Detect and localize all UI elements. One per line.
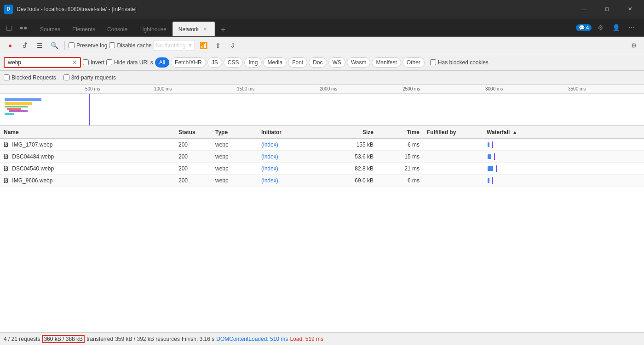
search-input[interactable] xyxy=(6,59,71,66)
table-row[interactable]: 🖼 IMG_9606.webp 200 webp (index) 69.0 kB… xyxy=(0,175,644,187)
has-blocked-cookies-checkbox[interactable]: Has blocked cookies xyxy=(430,59,489,66)
third-party-checkbox[interactable]: 3rd-party requests xyxy=(63,74,116,81)
waterfall-bar xyxy=(488,178,489,183)
cell-status: 200 xyxy=(175,177,212,184)
title-text: DevTools - localhost:8080/travel-site/ -… xyxy=(17,6,573,12)
record-button[interactable]: ● xyxy=(4,39,17,52)
table-row[interactable]: 🖼 DSC04540.webp 200 webp (index) 82.8 kB… xyxy=(0,163,644,175)
ruler-tick: 1000 ms xyxy=(154,86,172,91)
tab-network[interactable]: Network ✕ xyxy=(172,22,215,36)
waterfall-line xyxy=(492,141,493,148)
cell-name: 🖼 IMG_9606.webp xyxy=(0,177,175,184)
network-settings-icon[interactable]: ⚙ xyxy=(627,39,640,52)
header-type[interactable]: Type xyxy=(212,129,258,136)
cell-size: 155 kB xyxy=(331,141,377,148)
throttle-dropdown[interactable]: No throttling ▼ xyxy=(154,40,196,51)
window-controls: — ◻ ✕ xyxy=(573,2,640,17)
waterfall-bar-container xyxy=(487,177,640,184)
header-status[interactable]: Status xyxy=(175,129,212,136)
finish-time: Finish: 3.16 s xyxy=(182,336,214,342)
filter-chip-other[interactable]: Other xyxy=(402,57,425,68)
blocked-bar: Blocked Requests 3rd-party requests xyxy=(0,71,644,85)
filter-chip-fetch/xhr[interactable]: Fetch/XHR xyxy=(171,57,206,68)
wifi-icon[interactable]: 📶 xyxy=(197,39,210,52)
more-menu-icon[interactable]: ⋯ xyxy=(625,21,638,34)
requests-count: 4 / 21 requests xyxy=(4,336,40,342)
throttle-arrow-icon: ▼ xyxy=(187,42,193,49)
table-row[interactable]: 🖼 IMG_1707.webp 200 webp (index) 155 kB … xyxy=(0,139,644,151)
hide-data-urls-checkbox[interactable]: Hide data URLs xyxy=(106,59,153,66)
waterfall-bar xyxy=(488,154,491,159)
cell-time: 21 ms xyxy=(377,165,423,172)
tab-sources[interactable]: Sources xyxy=(34,22,66,36)
network-table[interactable]: Name Status Type Initiator Size Time Ful… xyxy=(0,126,644,332)
tab-elements[interactable]: Elements xyxy=(66,22,101,36)
download-icon[interactable]: ⇩ xyxy=(226,39,239,52)
timeline-bars xyxy=(0,94,644,126)
header-initiator[interactable]: Initiator xyxy=(258,129,331,136)
ruler-tick: 3500 ms xyxy=(568,86,586,91)
close-button[interactable]: ✕ xyxy=(619,2,640,17)
cell-status: 200 xyxy=(175,141,212,148)
header-size[interactable]: Size xyxy=(331,129,377,136)
header-name[interactable]: Name xyxy=(0,129,175,136)
tab-lighthouse[interactable]: Lighthouse xyxy=(133,22,172,36)
filter-chip-manifest[interactable]: Manifest xyxy=(372,57,401,68)
ruler-tick: 3000 ms xyxy=(485,86,503,91)
devtools-more-icon[interactable]: ●● xyxy=(17,21,30,34)
load-time: Load: 519 ms xyxy=(290,336,323,342)
filter-chip-css[interactable]: CSS xyxy=(224,57,243,68)
chat-badge[interactable]: 💬 4 xyxy=(576,24,592,31)
tab-add-button[interactable]: + xyxy=(217,23,230,36)
clear-button[interactable]: ⚦ xyxy=(18,39,31,52)
upload-icon[interactable]: ⇧ xyxy=(212,39,224,52)
filter-chip-js[interactable]: JS xyxy=(207,57,222,68)
filter-button[interactable]: ☰ xyxy=(33,39,46,52)
file-icon: 🖼 xyxy=(4,178,9,183)
search-box[interactable]: ✕ xyxy=(4,57,81,68)
network-toolbar: ● ⚦ ☰ 🔍 Preserve log Disable cache No th… xyxy=(0,37,644,54)
waterfall-bar-container xyxy=(487,165,640,172)
settings-icon[interactable]: ⚙ xyxy=(593,21,607,34)
ruler-tick: 2000 ms xyxy=(320,86,337,91)
preserve-log-checkbox[interactable]: Preserve log xyxy=(69,42,107,49)
profile-icon[interactable]: 👤 xyxy=(609,21,623,34)
cell-status: 200 xyxy=(175,165,212,172)
header-fulfilled-by[interactable]: Fulfilled by xyxy=(423,129,483,136)
timeline-area: 500 ms1000 ms1500 ms2000 ms2500 ms3000 m… xyxy=(0,85,644,126)
header-time[interactable]: Time xyxy=(377,129,423,136)
disable-cache-checkbox[interactable]: Disable cache xyxy=(109,42,151,49)
cell-size: 82.8 kB xyxy=(331,165,377,172)
cell-type: webp xyxy=(212,153,258,160)
filter-chip-font[interactable]: Font xyxy=(288,57,307,68)
cell-waterfall xyxy=(483,141,644,148)
maximize-button[interactable]: ◻ xyxy=(596,2,617,17)
filter-chip-wasm[interactable]: Wasm xyxy=(347,57,371,68)
filter-chip-doc[interactable]: Doc xyxy=(309,57,327,68)
invert-checkbox[interactable]: Invert xyxy=(83,59,104,66)
minimize-button[interactable]: — xyxy=(573,2,594,17)
transferred-size: 360 kB / 388 kB xyxy=(42,335,85,343)
cell-size: 69.0 kB xyxy=(331,177,377,184)
svg-rect-4 xyxy=(9,110,28,112)
table-row[interactable]: 🖼 DSC04484.webp 200 webp (index) 53.6 kB… xyxy=(0,151,644,163)
filter-bar: ✕ Invert Hide data URLs AllFetch/XHRJSCS… xyxy=(0,54,644,71)
blocked-requests-checkbox[interactable]: Blocked Requests xyxy=(4,74,56,81)
header-waterfall[interactable]: Waterfall ▲ xyxy=(483,129,644,136)
tab-close-icon[interactable]: ✕ xyxy=(201,26,209,33)
file-icon: 🖼 xyxy=(4,154,9,159)
cell-time: 6 ms xyxy=(377,177,423,184)
search-clear-icon[interactable]: ✕ xyxy=(71,59,78,66)
filter-chip-img[interactable]: Img xyxy=(244,57,262,68)
svg-rect-3 xyxy=(7,108,21,110)
devtools-dock-icon[interactable]: ◫ xyxy=(2,21,16,34)
search-button[interactable]: 🔍 xyxy=(48,39,61,52)
cell-time: 15 ms xyxy=(377,153,423,160)
tabs-bar: ◫ ●● Sources Elements Console Lighthouse… xyxy=(0,18,644,37)
filter-chip-all[interactable]: All xyxy=(155,57,169,68)
app-icon: D xyxy=(4,5,13,14)
filter-chip-media[interactable]: Media xyxy=(263,57,287,68)
tab-console[interactable]: Console xyxy=(101,22,133,36)
cell-type: webp xyxy=(212,177,258,184)
filter-chip-ws[interactable]: WS xyxy=(328,57,345,68)
